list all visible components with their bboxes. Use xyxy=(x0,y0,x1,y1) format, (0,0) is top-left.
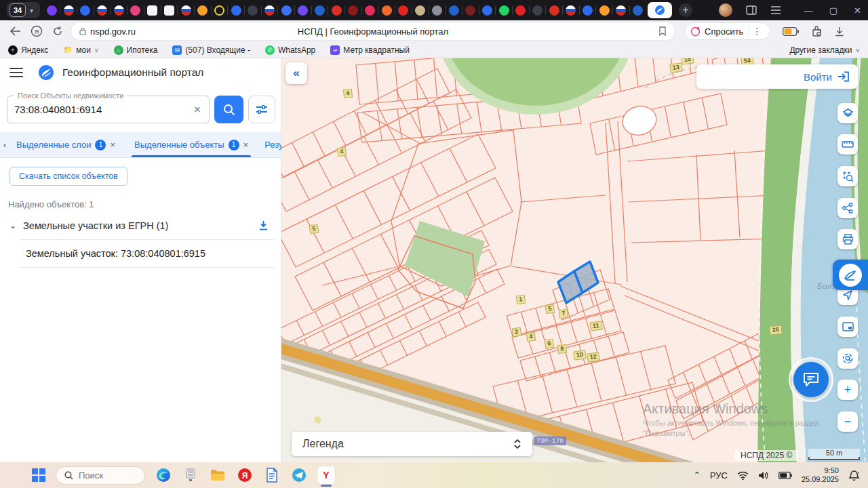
bookmark-icon[interactable] xyxy=(658,26,667,36)
close-tab-icon[interactable]: × xyxy=(110,140,115,150)
tab-favicon[interactable] xyxy=(549,5,559,16)
tab-favicon[interactable] xyxy=(465,5,475,16)
yandex-home-icon[interactable]: Я xyxy=(31,25,43,37)
expand-collapse-icon[interactable] xyxy=(513,438,521,450)
tab-favicon[interactable] xyxy=(415,5,425,16)
tab-favicon[interactable] xyxy=(164,5,174,16)
collapse-sidebar-button[interactable]: « xyxy=(285,62,307,84)
tab-favicon[interactable] xyxy=(315,5,325,16)
tab-favicon[interactable] xyxy=(298,5,308,16)
tab-favicon[interactable] xyxy=(449,5,459,16)
bookmark-item[interactable]: 📁мои∨ xyxy=(63,45,98,55)
language-indicator[interactable]: РУС xyxy=(710,470,728,481)
tab-favicon[interactable] xyxy=(248,5,258,16)
bookmark-item[interactable]: ⌂Ипотека xyxy=(114,45,158,55)
downloads-icon[interactable] xyxy=(835,26,844,37)
results-group-header[interactable]: ⌄ Земельные участки из ЕГРН (1) xyxy=(9,220,269,231)
tab-favicon[interactable] xyxy=(47,5,57,16)
battery-icon[interactable] xyxy=(778,472,792,479)
ask-more-icon[interactable]: ⋮ xyxy=(749,26,764,37)
tab-favicon[interactable] xyxy=(181,5,191,16)
url-bar[interactable]: nspd.gov.ru НСПД | Геоинформационный пор… xyxy=(71,22,675,40)
search-by-area-button[interactable] xyxy=(837,348,858,369)
taskbar-yandex-start-icon[interactable]: Y xyxy=(317,466,335,484)
tab-favicon[interactable] xyxy=(130,5,140,16)
tab-favicon[interactable] xyxy=(332,5,342,16)
download-object-list-button[interactable]: Скачать список объектов xyxy=(9,167,127,186)
tab-selected-layers[interactable]: Выделенные слои 1 × xyxy=(9,132,122,157)
tab-favicon[interactable] xyxy=(114,5,124,16)
tab-favicon[interactable] xyxy=(616,5,626,16)
tab-favicon[interactable] xyxy=(599,5,610,16)
login-bar[interactable]: Войти xyxy=(696,64,858,89)
bookmark-item[interactable]: ✉(507) Входящие - xyxy=(172,45,250,55)
battery-saver-icon[interactable] xyxy=(783,27,799,36)
zoom-in-button[interactable]: + xyxy=(837,380,858,400)
new-tab-button[interactable]: + xyxy=(679,3,692,17)
tab-favicon[interactable] xyxy=(382,5,392,16)
taskbar-scanner-icon[interactable] xyxy=(182,466,199,484)
notifications-bell-icon[interactable]: z xyxy=(848,470,860,481)
wifi-icon[interactable] xyxy=(737,471,749,480)
window-minimize-button[interactable]: — xyxy=(804,5,813,16)
active-tab[interactable] xyxy=(648,2,672,18)
tab-favicon[interactable] xyxy=(566,5,576,16)
window-close-button[interactable]: ✕ xyxy=(854,5,861,16)
tab-favicon[interactable] xyxy=(197,5,208,16)
tab-favicon[interactable] xyxy=(348,5,358,16)
tab-favicon[interactable] xyxy=(97,5,107,16)
tab-favicon[interactable] xyxy=(499,5,509,16)
tab-selected-objects[interactable]: Выделенные объекты 1 × xyxy=(127,132,255,157)
layers-button[interactable] xyxy=(837,103,858,123)
side-panels-icon[interactable] xyxy=(746,5,757,16)
tab-favicon[interactable] xyxy=(633,5,643,16)
back-icon[interactable] xyxy=(9,26,21,36)
tabs-scroll-left-icon[interactable]: ‹ xyxy=(0,140,9,150)
bookmark-item[interactable]: м²Метр квадратный xyxy=(330,45,410,55)
bookmark-item[interactable]: +Яндекс xyxy=(8,45,48,55)
legend-bar[interactable]: Легенда xyxy=(292,432,532,456)
bookmark-item[interactable]: ✆WhatsApp xyxy=(265,45,315,55)
extensions-icon[interactable] xyxy=(811,26,823,37)
tab-list-chevron-icon[interactable]: ▾ xyxy=(30,7,33,14)
taskbar-yandex-browser-icon[interactable]: Я xyxy=(236,466,254,484)
browser-menu-icon[interactable] xyxy=(770,5,781,15)
taskbar-documents-icon[interactable] xyxy=(263,466,281,484)
taskbar-explorer-icon[interactable] xyxy=(209,466,226,484)
tray-clock[interactable]: 9:50 25.09.2025 xyxy=(802,466,839,484)
clear-search-icon[interactable]: × xyxy=(193,103,202,117)
login-button[interactable]: Войти xyxy=(804,71,832,83)
alice-ask-button[interactable]: Спросить ⋮ xyxy=(684,22,770,40)
tab-favicon[interactable] xyxy=(515,5,526,16)
tab-favicon[interactable] xyxy=(264,5,275,16)
tab-favicon[interactable] xyxy=(398,5,408,16)
taskbar-telegram-icon[interactable] xyxy=(290,466,308,484)
map-canvas[interactable]: 445131554157112468101226 Бол.Ав « Войти xyxy=(281,58,868,462)
taskbar-search[interactable] xyxy=(56,466,145,485)
tab-favicon[interactable] xyxy=(583,5,593,16)
area-select-button[interactable] xyxy=(837,166,858,186)
taskbar-edge-icon[interactable] xyxy=(155,466,172,484)
background-tabs[interactable] xyxy=(47,5,644,16)
download-group-icon[interactable] xyxy=(258,220,269,231)
tab-counter-group[interactable]: 34 ▾ xyxy=(7,2,40,18)
tab-favicon[interactable] xyxy=(80,5,90,16)
tab-favicon[interactable] xyxy=(147,5,157,16)
search-input-value[interactable]: 73:08:040801:6914 xyxy=(14,104,193,115)
share-button[interactable] xyxy=(837,198,858,218)
minimap-button[interactable] xyxy=(837,317,858,337)
feedback-tool-button[interactable] xyxy=(833,260,868,290)
reload-icon[interactable] xyxy=(52,26,63,37)
other-bookmarks-button[interactable]: Другие закладки ∨ xyxy=(789,45,860,55)
start-button-icon[interactable] xyxy=(31,468,46,483)
tab-favicon[interactable] xyxy=(482,5,492,16)
print-button[interactable] xyxy=(837,229,858,249)
tab-favicon[interactable] xyxy=(432,5,442,16)
tab-favicon[interactable] xyxy=(214,5,224,16)
zoom-out-button[interactable]: − xyxy=(837,411,858,432)
tray-expand-icon[interactable]: ⌃ xyxy=(694,470,701,480)
tab-favicon[interactable] xyxy=(64,5,74,16)
close-tab-icon[interactable]: × xyxy=(243,140,249,150)
tab-counter[interactable]: 34 xyxy=(9,3,26,17)
tab-favicon[interactable] xyxy=(231,5,241,16)
